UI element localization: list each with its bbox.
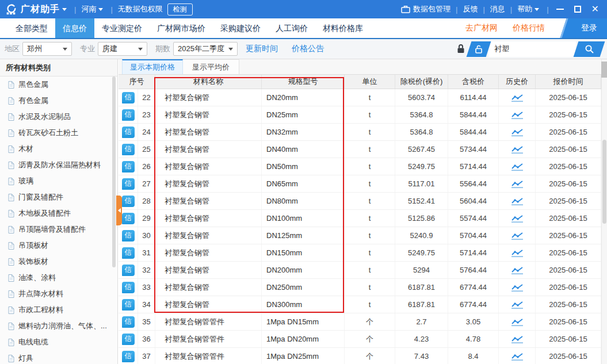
table-scrollbar[interactable] xyxy=(601,59,607,364)
table-row[interactable]: 信23衬塑复合钢管DN25mmt5364.85844.442025-06-15 xyxy=(119,106,601,124)
region-select[interactable]: 郑州 xyxy=(22,42,72,56)
check-button[interactable]: 检测 xyxy=(167,3,193,16)
tab-average-price[interactable]: 显示平均价 xyxy=(183,59,239,74)
row-number: 23 xyxy=(138,106,155,123)
table-row[interactable]: 信27衬塑复合钢管DN65mmt5117.015564.442025-06-15 xyxy=(119,175,601,193)
history-price-chart-icon[interactable] xyxy=(511,214,524,223)
tab-labor-inquiry-price[interactable]: 人工询价 xyxy=(268,18,315,38)
table-row[interactable]: 信33衬塑复合钢管DN250mmt6187.816774.442025-06-1… xyxy=(119,279,601,296)
table-row[interactable]: 信35衬塑复合钢管管件1Mpa DN15mm个2.73.052025-06-15 xyxy=(119,313,601,331)
table-row[interactable]: 信34衬塑复合钢管DN300mmt6187.816774.442025-06-1… xyxy=(119,296,601,313)
tab-professional-price[interactable]: 专业测定价 xyxy=(94,18,150,38)
sidebar-item[interactable]: 灯具 xyxy=(0,350,117,364)
sidebar-item-label: 玻璃 xyxy=(18,176,33,186)
help-menu[interactable]: 帮助 xyxy=(517,4,532,14)
quote-date: 2025-06-15 xyxy=(536,141,601,158)
lock-open-toggle[interactable] xyxy=(467,41,491,57)
table-row[interactable]: 信22衬塑复合钢管DN20mmt5603.746114.442025-06-15 xyxy=(119,89,601,106)
history-price-chart-icon[interactable] xyxy=(511,110,524,120)
table-row[interactable]: 信30衬塑复合钢管DN125mmt5240.95704.442025-06-15 xyxy=(119,227,601,244)
tab-info-price[interactable]: 信息价 xyxy=(55,18,94,38)
region-caret-icon[interactable] xyxy=(98,8,103,11)
history-price-cell xyxy=(499,175,536,192)
tab-material-price-library[interactable]: 材料价格库 xyxy=(315,18,371,38)
sidebar-item[interactable]: 油漆、涂料 xyxy=(0,270,117,286)
history-price-chart-icon[interactable] xyxy=(511,266,524,275)
sidebar-item[interactable]: 电线电缆 xyxy=(0,334,117,350)
table-row[interactable]: 信29衬塑复合钢管DN100mmt5125.865574.442025-06-1… xyxy=(119,210,601,227)
close-button[interactable]: ✕ xyxy=(591,5,599,14)
table-row[interactable]: 信36衬塑复合钢管管件1Mpa DN20mm个4.234.782025-06-1… xyxy=(119,331,601,348)
column-header: 材料名称 xyxy=(155,75,262,89)
history-price-chart-icon[interactable] xyxy=(511,352,524,361)
history-price-chart-icon[interactable] xyxy=(511,128,524,137)
history-price-chart-icon[interactable] xyxy=(511,231,524,240)
sidebar-item[interactable]: 沥青及防水保温隔热材料 xyxy=(0,157,117,173)
tab-all-types[interactable]: 全部类型 xyxy=(8,18,55,38)
history-price-chart-icon[interactable] xyxy=(511,317,524,327)
sidebar-item[interactable]: 装饰板材 xyxy=(0,254,117,270)
sidebar-item[interactable]: 有色金属 xyxy=(0,93,117,109)
material-name: 衬塑复合钢管 xyxy=(155,210,262,227)
history-price-chart-icon[interactable] xyxy=(511,197,524,206)
sidebar-scrollbar[interactable] xyxy=(112,76,116,267)
table-row[interactable]: 信28衬塑复合钢管DN80mmt5152.415604.442025-06-15 xyxy=(119,193,601,210)
sidebar-item[interactable]: 黑色金属 xyxy=(0,76,117,93)
history-price-chart-icon[interactable] xyxy=(511,162,524,171)
table-body: 信22衬塑复合钢管DN20mmt5603.746114.442025-06-15… xyxy=(119,89,601,364)
history-price-chart-icon[interactable] xyxy=(511,248,524,258)
sidebar-item[interactable]: 吊顶隔墙骨及辅配件 xyxy=(0,221,117,237)
history-price-chart-icon[interactable] xyxy=(511,93,524,102)
sidebar-item[interactable]: 砖瓦灰砂石土粉土 xyxy=(0,125,117,141)
minimize-button[interactable] xyxy=(556,9,564,10)
history-price-cell xyxy=(499,279,536,296)
tab-gc-market-price[interactable]: 广材网市场价 xyxy=(150,18,213,38)
table-row[interactable]: 信25衬塑复合钢管DN40mmt5267.455734.442025-06-15 xyxy=(119,141,601,158)
scrollbar-thumb[interactable] xyxy=(602,140,606,224)
sidebar-item[interactable]: 水泥及水泥制品 xyxy=(0,109,117,125)
history-price-chart-icon[interactable] xyxy=(511,300,524,309)
history-price-chart-icon[interactable] xyxy=(511,145,524,154)
tab-purchase-advice-price[interactable]: 采购建议价 xyxy=(213,18,268,38)
sidebar-item[interactable]: 木材 xyxy=(0,141,117,157)
spec-model: DN200mm xyxy=(262,262,345,278)
sidebar-item[interactable]: 市政工程材料 xyxy=(0,302,117,318)
maximize-button[interactable] xyxy=(574,6,581,13)
price-notice-link[interactable]: 价格公告 xyxy=(292,44,324,54)
table-row[interactable]: 信37衬塑复合钢管管件1Mpa DN25mm个7.438.42025-06-15 xyxy=(119,348,601,364)
sidebar-item[interactable]: 燃料动力润滑油、气体、... xyxy=(0,318,117,334)
table-row[interactable]: 信31衬塑复合钢管DN150mmt5249.755714.442025-06-1… xyxy=(119,244,601,262)
spec-model: 1Mpa DN20mm xyxy=(262,331,345,347)
region-switch[interactable]: 河南 xyxy=(81,4,96,14)
period-select[interactable]: 2025年二季度 xyxy=(173,42,238,56)
help-caret-icon[interactable] xyxy=(535,8,539,11)
price-incl-tax: 5844.44 xyxy=(448,124,499,140)
scrollbar-thumb[interactable] xyxy=(601,62,607,78)
search-button[interactable] xyxy=(574,41,605,57)
history-price-chart-icon[interactable] xyxy=(511,283,524,292)
major-select[interactable]: 房建 xyxy=(98,42,147,56)
price-view-tabs: 显示本期价格 显示平均价 xyxy=(119,59,607,75)
table-row[interactable]: 信24衬塑复合钢管DN32mmt5364.85844.442025-06-15 xyxy=(119,124,601,141)
app-menu-caret-icon[interactable] xyxy=(62,8,67,11)
history-price-chart-icon[interactable] xyxy=(511,335,524,344)
tab-current-period-price[interactable]: 显示本期价格 xyxy=(122,59,183,74)
price-market-link[interactable]: 价格行情 xyxy=(513,23,545,33)
table-row[interactable]: 信26衬塑复合钢管DN50mmt5249.755714.442025-06-15 xyxy=(119,158,601,175)
lock-closed-icon[interactable] xyxy=(456,44,465,54)
sidebar-item[interactable]: 吊顶板材 xyxy=(0,237,117,254)
sidebar-collapse-handle[interactable] xyxy=(116,196,122,225)
table-row[interactable]: 信32衬塑复合钢管DN200mmt52945764.442025-06-15 xyxy=(119,262,601,279)
update-time-link[interactable]: 更新时间 xyxy=(246,44,278,54)
goto-guangcai-link[interactable]: 去广材网 xyxy=(465,23,498,33)
login-button[interactable]: 登录 xyxy=(560,18,607,38)
search-input[interactable] xyxy=(488,41,576,57)
data-package-manager[interactable]: 数据包管理 xyxy=(401,4,451,14)
messages-link[interactable]: 消息 xyxy=(490,4,505,14)
sidebar-item[interactable]: 玻璃 xyxy=(0,173,117,189)
sidebar-item[interactable]: 木地板及辅配件 xyxy=(0,205,117,221)
sidebar-item[interactable]: 门窗及辅配件 xyxy=(0,189,117,205)
history-price-chart-icon[interactable] xyxy=(511,179,524,189)
feedback-link[interactable]: 反馈 xyxy=(463,4,478,14)
sidebar-item[interactable]: 井点降水材料 xyxy=(0,286,117,302)
